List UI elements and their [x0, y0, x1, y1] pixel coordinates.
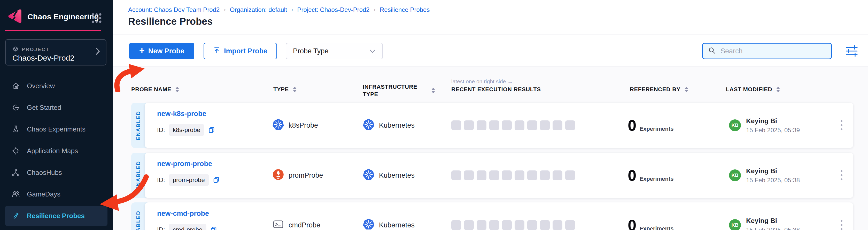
probe-id-value: k8s-probe — [169, 124, 205, 136]
test-tube-icon — [11, 212, 20, 220]
breadcrumb-account[interactable]: Account: Chaos Dev Team Prod2 — [128, 6, 220, 13]
recent-execution-results — [451, 103, 575, 148]
chevron-right-icon — [96, 47, 100, 56]
latest-execution-note: latest one on right side → — [451, 78, 513, 85]
referenced-count: 0 — [628, 216, 636, 230]
copy-icon[interactable] — [210, 226, 217, 230]
sidebar-item-resilience-probes[interactable]: Resilience Probes — [5, 206, 107, 226]
sort-icon[interactable] — [685, 87, 688, 92]
sidebar-item-application-maps[interactable]: Application Maps — [5, 141, 107, 161]
breadcrumb-project[interactable]: Project: Chaos-Dev-Prod2 — [297, 6, 370, 13]
sidebar-nav: Overview Get Started Chaos Experiment — [0, 76, 113, 227]
filter-sliders-icon[interactable] — [845, 45, 858, 57]
breadcrumb-separator: › — [374, 6, 376, 13]
sidebar-item-chaoshubs[interactable]: ChaosHubs — [5, 162, 107, 183]
column-header-infrastructure-type: INFRASTRUCTURE TYPE — [363, 83, 435, 98]
breadcrumb: Account: Chaos Dev Team Prod2 › Organiza… — [128, 6, 430, 13]
recent-execution-results — [451, 202, 575, 230]
infrastructure-label: Kubernetes — [379, 171, 414, 180]
plus-icon: + — [139, 45, 145, 56]
sidebar-item-chaos-experiments[interactable]: Chaos Experiments — [5, 119, 107, 139]
page-title: Resilience Probes — [128, 16, 213, 27]
breadcrumb-separator: › — [224, 6, 225, 13]
row-menu-kebab-icon[interactable] — [839, 168, 844, 182]
referenced-unit: Experiments — [640, 225, 674, 230]
sidebar-item-label: Get Started — [27, 104, 61, 112]
probe-type-select[interactable]: Probe Type — [286, 43, 383, 59]
search-icon — [708, 47, 716, 55]
modified-by-name: Keying Bi — [746, 117, 800, 125]
hub-icon — [11, 168, 20, 177]
breadcrumb-separator: › — [291, 6, 293, 13]
chevron-down-icon — [369, 47, 376, 55]
referenced-by-cell: 0 Experiments — [628, 103, 674, 148]
search-input[interactable] — [720, 47, 826, 55]
probe-id-row: ID: cmd-probe — [157, 224, 217, 230]
probe-id-value: prom-probe — [169, 174, 209, 186]
referenced-unit: Experiments — [640, 125, 674, 132]
new-probe-label: New Probe — [148, 47, 184, 55]
main-content: Account: Chaos Dev Team Prod2 › Organiza… — [113, 0, 868, 230]
people-icon — [11, 190, 20, 198]
kubernetes-icon — [363, 219, 374, 230]
apps-grid-icon[interactable] — [91, 12, 102, 25]
sidebar-item-label: Resilience Probes — [27, 212, 85, 220]
table-row: new-prom-probe ID: prom-probe — [131, 153, 853, 198]
upload-icon — [213, 47, 220, 56]
prometheus-icon — [273, 169, 284, 182]
probe-name-link[interactable]: new-prom-probe — [157, 160, 212, 168]
sort-icon[interactable] — [776, 87, 780, 92]
column-header-probe-name: PROBE NAME — [131, 86, 179, 93]
kubernetes-icon — [363, 169, 374, 182]
sidebar-item-label: GameDays — [27, 190, 60, 198]
target-icon — [11, 147, 20, 155]
project-selector[interactable]: PROJECT Chaos-Dev-Prod2 — [5, 39, 106, 66]
search-box — [702, 43, 832, 59]
brand: Chaos Engineering — [7, 9, 99, 25]
referenced-by-cell: 0 Experiments — [628, 202, 674, 230]
column-header-recent-execution-results: RECENT EXECUTION RESULTS — [451, 86, 541, 93]
modified-at-date: 15 Feb 2025, 05:38 — [746, 226, 800, 230]
sort-icon[interactable] — [176, 87, 179, 92]
project-label: PROJECT — [22, 47, 49, 52]
project-name: Chaos-Dev-Prod2 — [12, 53, 74, 63]
probe-type-cell: k8sProbe — [273, 103, 318, 148]
sort-icon[interactable] — [293, 87, 297, 92]
probe-id-row: ID: prom-probe — [157, 174, 220, 186]
probe-type-label: k8sProbe — [288, 121, 318, 129]
row-menu-kebab-icon[interactable] — [839, 218, 844, 230]
infrastructure-cell: Kubernetes — [363, 202, 414, 230]
sort-icon[interactable] — [431, 88, 435, 93]
probe-type-cell: cmdProbe — [273, 202, 320, 230]
terminal-icon — [273, 219, 284, 230]
referenced-count: 0 — [628, 117, 636, 135]
modified-at-date: 15 Feb 2025, 05:38 — [746, 177, 800, 184]
breadcrumb-organization[interactable]: Organization: default — [230, 6, 287, 13]
table-row: new-k8s-probe ID: k8s-probe — [131, 103, 853, 148]
avatar: KB — [729, 169, 741, 181]
home-icon — [11, 81, 20, 90]
column-header-type: TYPE — [273, 86, 297, 93]
import-probe-button[interactable]: Import Probe — [204, 43, 277, 59]
sidebar-item-get-started[interactable]: Get Started — [5, 98, 107, 118]
import-probe-label: Import Probe — [224, 47, 268, 55]
row-menu-kebab-icon[interactable] — [839, 119, 844, 132]
referenced-count: 0 — [628, 166, 636, 184]
sidebar-item-label: Application Maps — [27, 147, 78, 155]
probe-name-link[interactable]: new-cmd-probe — [157, 209, 209, 218]
copy-icon[interactable] — [208, 126, 215, 133]
probe-type-label: Probe Type — [293, 47, 329, 55]
copy-icon[interactable] — [213, 177, 220, 184]
infrastructure-cell: Kubernetes — [363, 153, 414, 198]
new-probe-button[interactable]: + New Probe — [129, 43, 194, 59]
kubernetes-icon — [273, 119, 284, 132]
probe-name-link[interactable]: new-k8s-probe — [157, 110, 207, 118]
breadcrumb-current[interactable]: Resilience Probes — [380, 6, 430, 13]
sidebar-item-gamedays[interactable]: GameDays — [5, 184, 107, 204]
modified-at-date: 15 Feb 2025, 05:39 — [746, 127, 800, 134]
last-modified-cell: KB Keying Bi 15 Feb 2025, 05:38 — [729, 153, 800, 198]
status-badge: ENABLED — [131, 202, 145, 230]
sidebar: Chaos Engineering PROJECT Chaos-Dev-Prod… — [0, 0, 113, 230]
probe-card: new-prom-probe ID: prom-probe — [145, 153, 853, 198]
sidebar-item-overview[interactable]: Overview — [5, 76, 107, 96]
